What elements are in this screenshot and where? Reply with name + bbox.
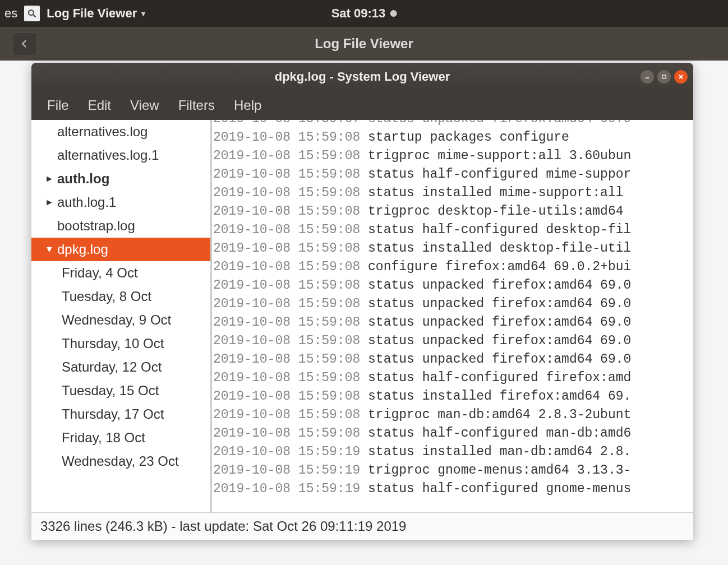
- tree-item-dpkg-log[interactable]: ▼dpkg.log: [31, 238, 210, 261]
- tree-item-label: alternatives.log: [57, 124, 148, 140]
- log-timestamp: 2019-10-08 15:59:19: [213, 444, 368, 459]
- chevron-down-icon: ▾: [141, 9, 145, 18]
- chevron-right-icon: ►: [45, 174, 53, 184]
- tree-item-label: auth.log: [57, 171, 109, 187]
- tree-item-label: alternatives.log.1: [57, 147, 159, 163]
- log-message: status unpacked firefox:amd64 69.0: [368, 352, 631, 367]
- log-timestamp: 2019-10-08 15:59:08: [213, 278, 368, 293]
- gnome-top-panel: es Log File Viewer ▾ Sat 09:13: [0, 0, 728, 27]
- tree-item-label: bootstrap.log: [57, 218, 135, 234]
- menu-filters[interactable]: Filters: [169, 93, 224, 118]
- chevron-down-icon: ▼: [45, 244, 53, 254]
- tree-item-alternatives-log-1[interactable]: alternatives.log.1: [31, 143, 210, 167]
- header-title: Log File Viewer: [315, 36, 413, 52]
- log-timestamp: 2019-10-08 15:59:08: [213, 371, 368, 385]
- tree-child-date[interactable]: Wednesday, 23 Oct: [31, 450, 210, 473]
- log-line: 2019-10-08 15:59:08 status half-configur…: [213, 165, 693, 184]
- tree-item-alternatives-log[interactable]: alternatives.log: [31, 120, 210, 143]
- tree-item-bootstrap-log[interactable]: bootstrap.log: [31, 214, 210, 238]
- tree-item-label: dpkg.log: [57, 242, 108, 257]
- app-menu-title[interactable]: Log File Viewer ▾: [47, 6, 145, 21]
- log-timestamp: 2019-10-08 15:59:08: [213, 260, 368, 274]
- log-line: 2019-10-08 15:59:08 status installed fir…: [213, 387, 693, 406]
- log-message: status unpacked firefox:amd64 69.0: [368, 334, 631, 348]
- log-timestamp: 2019-10-08 15:59:08: [213, 130, 368, 145]
- search-icon[interactable]: [24, 6, 40, 21]
- log-line: 2019-10-08 15:59:19 trigproc gnome-menus…: [213, 461, 693, 480]
- log-line: 2019-10-08 15:59:08 trigproc man-db:amd6…: [213, 406, 693, 424]
- log-line: 2019-10-08 15:59:19 status half-configur…: [213, 480, 693, 498]
- log-line: 2019-10-08 15:59:08 status unpacked fire…: [213, 350, 693, 369]
- chevron-right-icon: ►: [45, 197, 53, 207]
- menu-view[interactable]: View: [121, 93, 168, 118]
- log-message: trigproc mime-support:all 3.60ubun: [368, 149, 631, 163]
- svg-rect-3: [662, 75, 666, 78]
- log-line: 2019-10-08 15:59:08 status half-configur…: [213, 221, 693, 239]
- log-timestamp: 2019-10-08 15:59:08: [213, 186, 368, 200]
- log-message: status unpacked firefox:amd64 69.0: [368, 315, 631, 330]
- tree-child-date[interactable]: Thursday, 10 Oct: [31, 332, 210, 355]
- menu-help[interactable]: Help: [225, 93, 270, 118]
- log-line: 2019-10-08 15:59:08 configure firefox:am…: [213, 258, 693, 276]
- log-line: 2019-10-08 15:59:08 status unpacked fire…: [213, 295, 693, 313]
- log-line-partial: 2019-10-08 15:59:07 status unpacked fire…: [213, 120, 693, 128]
- tree-item-auth-log[interactable]: ►auth.log: [31, 167, 210, 191]
- menu-file[interactable]: File: [38, 93, 78, 118]
- tree-child-date[interactable]: Friday, 18 Oct: [31, 426, 210, 450]
- log-content-view[interactable]: 2019-10-08 15:59:07 status unpacked fire…: [212, 120, 693, 512]
- log-line: 2019-10-08 15:59:08 startup packages con…: [213, 128, 693, 147]
- window-title: dpkg.log - System Log Viewer: [275, 70, 450, 84]
- close-button[interactable]: [674, 70, 688, 84]
- minimize-button[interactable]: [641, 70, 654, 84]
- tree-child-date[interactable]: Thursday, 17 Oct: [31, 402, 210, 426]
- window-titlebar[interactable]: dpkg.log - System Log Viewer: [31, 63, 693, 91]
- header-bar: Log File Viewer: [0, 27, 728, 61]
- log-timestamp: 2019-10-08 15:59:08: [213, 204, 368, 219]
- log-line: 2019-10-08 15:59:08 status half-configur…: [213, 369, 693, 387]
- log-message: status half-configured firefox:amd: [368, 371, 631, 385]
- clock[interactable]: Sat 09:13: [331, 6, 397, 21]
- log-line: 2019-10-08 15:59:08 status unpacked fire…: [213, 332, 693, 350]
- log-timestamp: 2019-10-08 15:59:08: [213, 223, 368, 237]
- menu-edit[interactable]: Edit: [79, 93, 120, 118]
- tree-child-date[interactable]: Friday, 4 Oct: [31, 261, 210, 285]
- log-message: status half-configured man-db:amd6: [368, 426, 631, 441]
- log-message: status unpacked firefox:amd64 69.0: [368, 297, 631, 311]
- maximize-button[interactable]: [657, 70, 671, 84]
- log-timestamp: 2019-10-08 15:59:08: [213, 167, 368, 182]
- log-tree-sidebar[interactable]: alternatives.logalternatives.log.1►auth.…: [31, 120, 212, 512]
- log-message: trigproc desktop-file-utils:amd64: [368, 204, 623, 219]
- app-menu-label: Log File Viewer: [47, 6, 137, 21]
- log-message: status half-configured gnome-menus: [368, 481, 631, 496]
- menubar: File Edit View Filters Help: [31, 91, 693, 120]
- tree-child-date[interactable]: Wednesday, 9 Oct: [31, 308, 210, 332]
- log-timestamp: 2019-10-08 15:59:08: [213, 334, 368, 348]
- log-message: trigproc gnome-menus:amd64 3.13.3-: [368, 463, 631, 478]
- log-message: status installed firefox:amd64 69.: [368, 389, 631, 404]
- dialog-window: dpkg.log - System Log Viewer File Edit V…: [31, 63, 693, 540]
- panel-fragment: es: [4, 6, 17, 21]
- log-timestamp: 2019-10-08 15:59:08: [213, 315, 368, 330]
- tree-child-date[interactable]: Saturday, 12 Oct: [31, 355, 210, 379]
- log-line: 2019-10-08 15:59:19 status installed man…: [213, 443, 693, 461]
- log-timestamp: 2019-10-08 15:59:08: [213, 297, 368, 311]
- log-message: startup packages configure: [368, 130, 569, 145]
- log-line: 2019-10-08 15:59:08 trigproc desktop-fil…: [213, 202, 693, 221]
- log-message: status half-configured mime-suppor: [368, 167, 631, 182]
- svg-point-0: [29, 10, 34, 15]
- tree-item-auth-log-1[interactable]: ►auth.log.1: [31, 191, 210, 214]
- log-timestamp: 2019-10-08 15:59:08: [213, 389, 368, 404]
- log-timestamp: 2019-10-08 15:59:19: [213, 481, 368, 496]
- tree-child-date[interactable]: Tuesday, 15 Oct: [31, 379, 210, 402]
- tree-item-label: auth.log.1: [57, 194, 116, 210]
- log-timestamp: 2019-10-08 15:59:08: [213, 352, 368, 367]
- log-line: 2019-10-08 15:59:08 status installed mim…: [213, 184, 693, 202]
- clock-text: Sat 09:13: [331, 6, 386, 21]
- log-line: 2019-10-08 15:59:08 status half-configur…: [213, 424, 693, 443]
- log-line: 2019-10-08 15:59:08 status unpacked fire…: [213, 276, 693, 295]
- log-message: status installed man-db:amd64 2.8.: [368, 444, 631, 459]
- content-area: alternatives.logalternatives.log.1►auth.…: [31, 120, 693, 512]
- back-button[interactable]: [13, 33, 36, 55]
- tree-child-date[interactable]: Tuesday, 8 Oct: [31, 285, 210, 308]
- log-message: status installed mime-support:all: [368, 186, 623, 200]
